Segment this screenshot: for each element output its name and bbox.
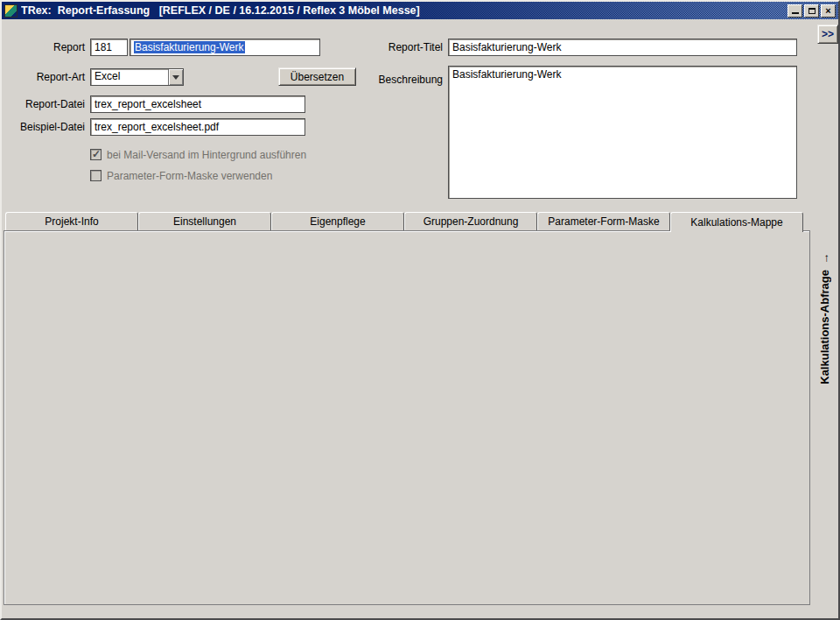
application-window: { "titlebar": { "title": "TRex: Report-E… xyxy=(0,0,840,620)
report-name-field[interactable]: Basisfakturierung-Werk xyxy=(130,39,320,56)
tab-parameter-form-maske[interactable]: Parameter-Form-Maske xyxy=(537,212,670,230)
minimize-icon xyxy=(792,8,799,14)
side-tab-arrow-icon: → xyxy=(818,253,831,264)
report-datei-label: Report-Datei xyxy=(0,98,85,111)
report-titel-label: Report-Titel xyxy=(332,41,443,54)
mail-versand-checkbox[interactable] xyxy=(90,149,102,160)
report-art-value: Excel xyxy=(91,69,168,85)
report-art-label: Report-Art xyxy=(0,71,85,84)
kalkulations-mappe-panel xyxy=(4,230,810,605)
close-icon: × xyxy=(825,6,830,16)
report-name-selected-text: Basisfakturierung-Werk xyxy=(134,41,245,53)
side-tab-label: Kalkulations-Abfrage xyxy=(818,270,831,384)
report-titel-field[interactable]: Basisfakturierung-Werk xyxy=(448,39,797,56)
dropdown-arrow-icon[interactable] xyxy=(168,69,183,85)
expand-button[interactable]: >> xyxy=(817,25,838,44)
restore-button[interactable] xyxy=(804,4,819,18)
parameter-form-checkbox-label: Parameter-Form-Maske verwenden xyxy=(107,170,272,183)
title-bar[interactable]: TRex: Report-Erfassung [REFLEX / DE / 16… xyxy=(2,2,838,19)
close-button[interactable]: × xyxy=(821,4,836,18)
minimize-button[interactable] xyxy=(788,4,802,18)
report-art-dropdown[interactable]: Excel xyxy=(90,68,184,86)
side-tab-text: Kalkulations-Abfrage→ xyxy=(818,253,831,384)
tab-gruppen-zuordnung[interactable]: Gruppen-Zuordnung xyxy=(404,212,537,230)
beschreibung-label: Beschreibung xyxy=(332,74,443,87)
window-controls: × xyxy=(788,4,836,18)
tab-kalkulations-mappe[interactable]: Kalkulations-Mappe xyxy=(670,212,803,232)
tab-einstellungen[interactable]: Einstellungen xyxy=(138,212,271,230)
tab-bar: Projekt-InfoEinstellungenEigenpflegeGrup… xyxy=(5,212,803,232)
mail-versand-checkbox-label: bei Mail-Versand im Hintergrund ausführe… xyxy=(107,149,306,162)
beschreibung-textarea[interactable]: Basisfakturierung-Werk xyxy=(448,66,797,199)
report-number-field[interactable]: 181 xyxy=(90,39,128,56)
app-icon xyxy=(4,4,18,18)
parameter-form-checkbox[interactable] xyxy=(90,170,102,181)
beispiel-datei-field[interactable]: trex_report_excelsheet.pdf xyxy=(90,118,305,136)
beispiel-datei-label: Beispiel-Datei xyxy=(0,121,85,134)
window-title: TRex: Report-Erfassung [REFLEX / DE / 16… xyxy=(21,4,784,17)
report-datei-field[interactable]: trex_report_excelsheet xyxy=(90,95,305,113)
report-label: Report xyxy=(0,41,85,54)
tab-projekt-info[interactable]: Projekt-Info xyxy=(5,212,138,230)
side-tab-kalkulations-abfrage[interactable]: Kalkulations-Abfrage→ xyxy=(811,219,837,419)
restore-icon xyxy=(808,8,816,14)
tab-eigenpflege[interactable]: Eigenpflege xyxy=(271,212,404,230)
